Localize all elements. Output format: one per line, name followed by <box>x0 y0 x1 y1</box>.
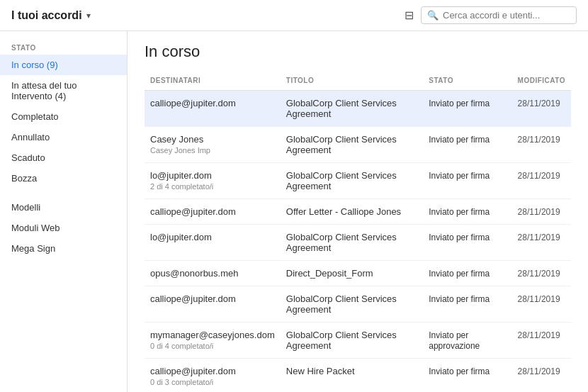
cell-status: Inviato per approvazione <box>423 323 511 359</box>
modified-date: 28/11/2019 <box>518 269 560 279</box>
table-row[interactable]: calliope@jupiter.domGlobalCorp Client Se… <box>145 286 571 323</box>
cell-status: Inviato per firma <box>423 286 511 323</box>
cell-title: GlobalCorp Client Services Agreement <box>281 286 423 323</box>
modified-date: 28/11/2019 <box>518 135 560 145</box>
modified-date: 28/11/2019 <box>518 233 560 242</box>
status-badge: Inviato per firma <box>429 171 490 181</box>
table-row[interactable]: Casey JonesCasey Jones ImpGlobalCorp Cli… <box>145 127 571 163</box>
recipient-sub: Casey Jones Imp <box>150 146 275 155</box>
sidebar-item-modelli[interactable]: Modelli <box>0 197 127 218</box>
layout: STATO In corso (9) In attesa del tuo Int… <box>0 31 588 392</box>
page-title: I tuoi accordi <box>11 9 82 22</box>
cell-modified: 28/11/2019 <box>512 359 571 393</box>
modified-date: 28/11/2019 <box>518 294 560 304</box>
sidebar-item-in-attesa[interactable]: In attesa del tuo Intervento (4) <box>0 75 127 106</box>
status-badge: Inviato per firma <box>429 269 490 279</box>
status-badge: Inviato per firma <box>429 294 490 304</box>
recipient-main: Casey Jones <box>150 134 275 145</box>
table-header-row: DESTINATARI TITOLO STATO MODIFICATO <box>145 72 571 91</box>
cell-title: Direct_Deposit_Form <box>281 261 423 286</box>
modified-date: 28/11/2019 <box>518 207 560 217</box>
table-row[interactable]: calliope@jupiter.domOffer Letter - Calli… <box>145 199 571 225</box>
top-bar-left: I tuoi accordi ▾ <box>11 9 91 22</box>
cell-title: GlobalCorp Client Services Agreement <box>281 225 423 261</box>
cell-recipient: calliope@jupiter.dom <box>145 91 281 127</box>
cell-modified: 28/11/2019 <box>512 323 571 359</box>
status-badge: Inviato per firma <box>429 233 490 242</box>
cell-title: GlobalCorp Client Services Agreement <box>281 127 423 163</box>
status-badge: Inviato per firma <box>429 99 490 108</box>
recipient-main: calliope@jupiter.dom <box>150 366 275 376</box>
recipient-main: calliope@jupiter.dom <box>150 293 275 304</box>
modified-date: 28/11/2019 <box>518 99 560 108</box>
main-title: In corso <box>145 43 571 61</box>
recipient-sub: 2 di 4 completato/i <box>150 182 275 191</box>
cell-status: Inviato per firma <box>423 225 511 261</box>
agreements-table: DESTINATARI TITOLO STATO MODIFICATO call… <box>145 72 571 392</box>
cell-modified: 28/11/2019 <box>512 163 571 199</box>
cell-status: Inviato per firma <box>423 91 511 127</box>
cell-recipient: mymanager@caseyjones.dom0 di 4 completat… <box>145 323 281 359</box>
table-row[interactable]: lo@jupiter.domGlobalCorp Client Services… <box>145 225 571 261</box>
cell-status: Inviato per firma <box>423 199 511 225</box>
cell-recipient: calliope@jupiter.dom0 di 3 completato/i <box>145 359 281 393</box>
cell-recipient: calliope@jupiter.dom <box>145 286 281 323</box>
recipient-main: calliope@jupiter.dom <box>150 98 275 108</box>
col-destinatari: DESTINATARI <box>145 72 281 91</box>
cell-modified: 28/11/2019 <box>512 225 571 261</box>
sidebar-item-scaduto[interactable]: Scaduto <box>0 147 127 168</box>
status-badge: Inviato per firma <box>429 207 490 217</box>
col-titolo: TITOLO <box>281 72 423 91</box>
search-box: 🔍 <box>421 6 577 24</box>
cell-modified: 28/11/2019 <box>512 286 571 323</box>
sidebar-item-bozza[interactable]: Bozza <box>0 168 127 189</box>
recipient-sub: 0 di 4 completato/i <box>150 342 275 350</box>
cell-modified: 28/11/2019 <box>512 199 571 225</box>
cell-status: Inviato per firma <box>423 261 511 286</box>
search-icon: 🔍 <box>427 10 439 21</box>
col-modificato: MODIFICATO <box>512 72 571 91</box>
cell-modified: 28/11/2019 <box>512 127 571 163</box>
table-row[interactable]: opus@nonorbus.mehDirect_Deposit_FormInvi… <box>145 261 571 286</box>
cell-title: GlobalCorp Client Services Agreement <box>281 323 423 359</box>
cell-recipient: calliope@jupiter.dom <box>145 199 281 225</box>
chevron-down-icon[interactable]: ▾ <box>86 11 91 21</box>
cell-status: Inviato per firma <box>423 163 511 199</box>
sidebar-item-in-corso[interactable]: In corso (9) <box>0 55 127 75</box>
cell-modified: 28/11/2019 <box>512 261 571 286</box>
cell-recipient: Casey JonesCasey Jones Imp <box>145 127 281 163</box>
cell-title: Offer Letter - Calliope Jones <box>281 199 423 225</box>
sidebar-item-annullato[interactable]: Annullato <box>0 127 127 147</box>
col-stato: STATO <box>423 72 511 91</box>
status-badge: Inviato per firma <box>429 366 490 376</box>
recipient-main: lo@jupiter.dom <box>150 170 275 181</box>
filter-icon[interactable]: ⊟ <box>405 9 414 22</box>
table-row[interactable]: lo@jupiter.dom2 di 4 completato/iGlobalC… <box>145 163 571 199</box>
sidebar-item-moduli-web[interactable]: Moduli Web <box>0 218 127 238</box>
search-input[interactable] <box>443 10 570 21</box>
sidebar-item-completato[interactable]: Completato <box>0 106 127 127</box>
cell-title: GlobalCorp Client Services Agreement <box>281 163 423 199</box>
modified-date: 28/11/2019 <box>518 330 560 340</box>
top-bar-right: ⊟ 🔍 <box>405 6 577 24</box>
table-row[interactable]: calliope@jupiter.domGlobalCorp Client Se… <box>145 91 571 127</box>
cell-recipient: opus@nonorbus.meh <box>145 261 281 286</box>
sidebar-item-mega-sign[interactable]: Mega Sign <box>0 238 127 259</box>
modified-date: 28/11/2019 <box>518 171 560 181</box>
cell-status: Inviato per firma <box>423 359 511 393</box>
cell-modified: 28/11/2019 <box>512 91 571 127</box>
sidebar-divider <box>0 189 127 197</box>
cell-title: GlobalCorp Client Services Agreement <box>281 91 423 127</box>
cell-status: Inviato per firma <box>423 127 511 163</box>
recipient-main: calliope@jupiter.dom <box>150 206 275 217</box>
table-row[interactable]: mymanager@caseyjones.dom0 di 4 completat… <box>145 323 571 359</box>
main-content: In corso DESTINATARI TITOLO STATO MODIFI… <box>128 31 588 392</box>
table-container: DESTINATARI TITOLO STATO MODIFICATO call… <box>145 72 571 392</box>
status-badge: Inviato per firma <box>429 135 490 145</box>
status-badge: Inviato per approvazione <box>429 330 480 351</box>
table-row[interactable]: calliope@jupiter.dom0 di 3 completato/iN… <box>145 359 571 393</box>
sidebar: STATO In corso (9) In attesa del tuo Int… <box>0 31 128 392</box>
sidebar-section-label: STATO <box>0 40 127 55</box>
recipient-main: opus@nonorbus.meh <box>150 268 275 279</box>
recipient-main: lo@jupiter.dom <box>150 232 275 242</box>
